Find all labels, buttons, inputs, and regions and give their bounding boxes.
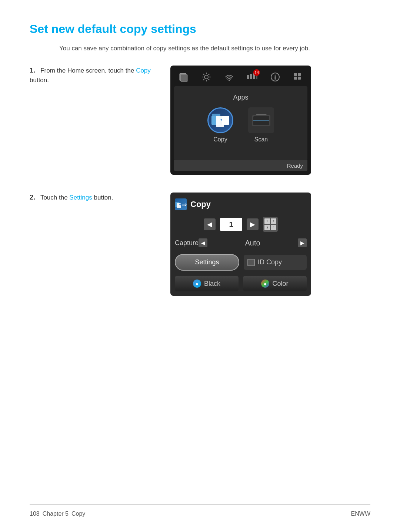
id-copy-label: ID Copy xyxy=(258,258,282,266)
svg-rect-16 xyxy=(216,116,224,127)
counter-display: 1 xyxy=(220,218,242,231)
copy-app-icon xyxy=(207,107,233,133)
intro-text: You can save any combination of copy set… xyxy=(59,45,370,52)
page-title: Set new default copy settings xyxy=(30,22,370,36)
footer-enww: ENWW xyxy=(351,511,370,517)
step-2-suffix: button. xyxy=(92,194,113,201)
grid-layout-button[interactable]: 1 2 3 4 xyxy=(263,217,278,232)
svg-rect-12 xyxy=(298,73,301,76)
copy-app-label: Copy xyxy=(213,136,227,143)
status-icon: 14 xyxy=(246,71,259,83)
color-diamond-icon xyxy=(261,280,269,288)
step-1-number: 1. xyxy=(30,67,35,74)
step-1-row: 1. From the Home screen, touch the Copy … xyxy=(30,66,370,175)
wifi-icon xyxy=(223,71,236,83)
color-button[interactable]: Color xyxy=(243,276,307,291)
step-1-text: 1. From the Home screen, touch the Copy … xyxy=(30,66,156,85)
counter-row: ◀ 1 ▶ 1 2 3 4 xyxy=(175,217,307,232)
step-2-text: 2. Touch the Settings button. xyxy=(30,193,156,203)
step-1-highlight: Copy xyxy=(136,67,151,74)
svg-rect-10 xyxy=(275,76,276,80)
capture-left-arrow[interactable]: ◀ xyxy=(199,238,207,247)
apps-section: Apps Copy xyxy=(180,94,301,143)
grid-cell-3: 3 xyxy=(264,225,270,230)
grid-cell-4: 4 xyxy=(271,225,276,230)
notification-badge: 14 xyxy=(253,69,260,76)
copy-app-item[interactable]: Copy xyxy=(207,107,233,143)
grid-cell-1: 1 xyxy=(264,218,270,224)
black-diamond-icon xyxy=(193,280,201,288)
action-row: Black Color xyxy=(175,276,307,291)
home-screen-content: Apps Copy xyxy=(174,86,307,160)
black-button[interactable]: Black xyxy=(175,276,239,291)
capture-label: Capture xyxy=(175,239,199,247)
svg-rect-4 xyxy=(247,75,249,79)
svg-rect-14 xyxy=(298,77,301,80)
svg-rect-5 xyxy=(250,74,252,79)
capture-value: Auto xyxy=(207,239,298,247)
svg-rect-13 xyxy=(294,77,297,80)
device-screen-2: Copy ◀ 1 ▶ 1 2 3 4 Capture xyxy=(170,193,311,296)
step-1-prefix: From the Home screen, touch the xyxy=(40,67,136,74)
black-label: Black xyxy=(204,280,220,288)
footer-left: 108 Chapter 5 Copy xyxy=(30,511,85,517)
step-2-description: 2. Touch the Settings button. xyxy=(30,193,156,203)
settings-idcopy-row: Settings ID Copy xyxy=(175,254,307,271)
copy-header-icon xyxy=(175,198,187,210)
increment-button[interactable]: ▶ xyxy=(247,218,259,230)
copy-screen-image: Copy ◀ 1 ▶ 1 2 3 4 Capture xyxy=(170,193,370,296)
svg-rect-22 xyxy=(177,203,181,208)
copy-screen-title: Copy xyxy=(190,200,211,209)
page-footer: 108 Chapter 5 Copy ENWW xyxy=(30,504,370,517)
svg-point-3 xyxy=(229,80,230,81)
color-label: Color xyxy=(272,280,288,288)
svg-point-2 xyxy=(204,75,208,79)
id-copy-button[interactable]: ID Copy xyxy=(244,255,307,270)
svg-rect-1 xyxy=(181,74,187,82)
footer-chapter-label: Chapter 5 xyxy=(43,511,69,517)
svg-rect-11 xyxy=(294,73,297,76)
step-2-highlight: Settings xyxy=(69,194,92,201)
settings-icon xyxy=(200,71,213,83)
status-text: Ready xyxy=(287,163,303,169)
grid-cell-2: 2 xyxy=(271,218,276,224)
id-copy-checkbox xyxy=(247,259,255,266)
copy-doc-icon xyxy=(177,71,190,83)
scan-app-label: Scan xyxy=(254,136,268,143)
decrement-button[interactable]: ◀ xyxy=(204,218,216,230)
page-number: 108 xyxy=(30,511,40,517)
step-2-row: 2. Touch the Settings button. C xyxy=(30,193,370,296)
status-bar: Ready xyxy=(174,160,307,171)
copy-screen-header: Copy xyxy=(175,197,307,212)
grid-icon xyxy=(292,71,304,83)
step-1-description: 1. From the Home screen, touch the Copy … xyxy=(30,66,156,85)
step-2-prefix: Touch the xyxy=(40,194,69,201)
footer-copy-label: Copy xyxy=(71,511,85,517)
apps-row: Copy xyxy=(207,107,274,143)
settings-button[interactable]: Settings xyxy=(175,254,239,271)
device-screen-1: 14 xyxy=(170,66,311,175)
apps-label: Apps xyxy=(233,94,248,101)
info-icon xyxy=(269,71,281,83)
capture-right-arrow[interactable]: ▶ xyxy=(298,238,307,247)
home-screen-image: 14 xyxy=(170,66,370,175)
scan-app-item[interactable]: Scan xyxy=(248,107,274,143)
top-bar: 14 xyxy=(174,69,307,86)
step-1-suffix: button. xyxy=(30,77,49,84)
step-2-number: 2. xyxy=(30,194,35,201)
scan-app-icon xyxy=(248,107,274,133)
svg-point-9 xyxy=(275,75,276,76)
capture-row: Capture ◀ Auto ▶ xyxy=(175,237,307,249)
